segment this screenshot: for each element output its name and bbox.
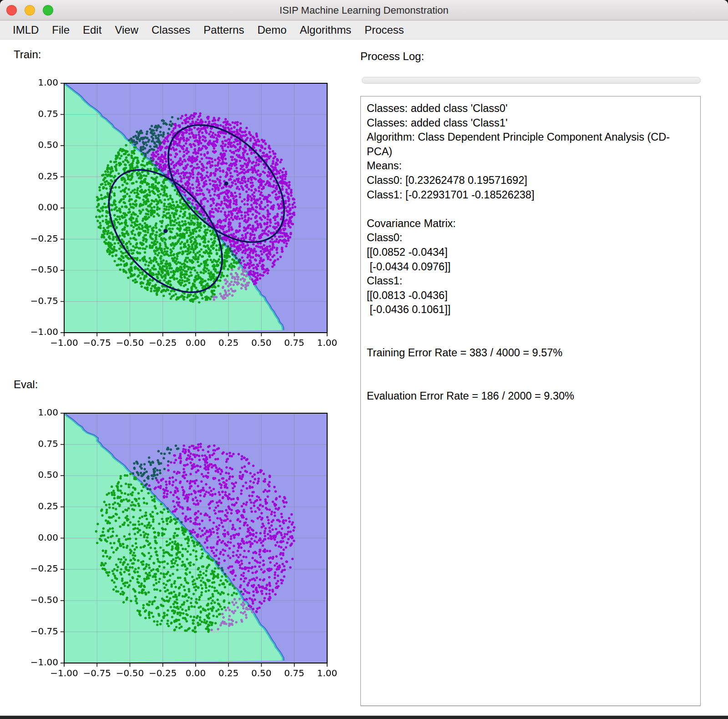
eval-section-label: Eval: bbox=[14, 378, 38, 391]
eval-plot-canvas bbox=[18, 400, 337, 694]
train-plot-canvas bbox=[18, 71, 337, 357]
log-line bbox=[367, 202, 694, 217]
log-line: [-0.0434 0.0976]] bbox=[367, 260, 694, 274]
log-line bbox=[367, 332, 694, 346]
log-line: Classes: added class 'Class1' bbox=[367, 116, 694, 131]
menu-algorithms[interactable]: Algorithms bbox=[300, 24, 351, 36]
window-title: ISIP Machine Learning Demonstration bbox=[0, 0, 728, 20]
log-line: Covariance Matrix: bbox=[367, 217, 694, 231]
log-line bbox=[367, 317, 694, 332]
log-line: Class0: [0.23262478 0.19571692] bbox=[367, 173, 694, 188]
log-line bbox=[367, 360, 694, 375]
log-line: [-0.0436 0.1061]] bbox=[367, 303, 694, 317]
log-line: Class0: bbox=[367, 231, 694, 245]
titlebar: ISIP Machine Learning Demonstration bbox=[0, 0, 728, 20]
train-section-label: Train: bbox=[14, 48, 41, 61]
menu-classes[interactable]: Classes bbox=[152, 24, 190, 36]
menu-demo[interactable]: Demo bbox=[258, 24, 287, 36]
log-line: Algorithm: Class Dependent Principle Com… bbox=[367, 130, 694, 159]
menu-edit[interactable]: Edit bbox=[83, 24, 101, 36]
app-window: ISIP Machine Learning Demonstration IMLD… bbox=[0, 0, 728, 719]
menu-patterns[interactable]: Patterns bbox=[203, 24, 244, 36]
close-button[interactable] bbox=[6, 5, 17, 15]
log-line: Training Error Rate = 383 / 4000 = 9.57% bbox=[367, 346, 694, 360]
process-log-output[interactable]: Classes: added class 'Class0'Classes: ad… bbox=[360, 96, 701, 706]
process-log-label: Process Log: bbox=[360, 50, 424, 63]
progress-bar bbox=[362, 77, 701, 84]
menu-file[interactable]: File bbox=[52, 24, 70, 36]
maximize-button[interactable] bbox=[43, 5, 53, 15]
menu-imld[interactable]: IMLD bbox=[13, 24, 39, 36]
log-line: Class1: [-0.22931701 -0.18526238] bbox=[367, 188, 694, 203]
window-bottom-edge bbox=[0, 715, 728, 719]
log-line: Class1: bbox=[367, 274, 694, 289]
traffic-lights bbox=[6, 5, 53, 15]
log-line: [[0.0852 -0.0434] bbox=[367, 245, 694, 260]
log-line: Evaluation Error Rate = 186 / 2000 = 9.3… bbox=[367, 389, 694, 404]
log-line bbox=[367, 375, 694, 389]
log-line: Classes: added class 'Class0' bbox=[367, 101, 694, 116]
menu-view[interactable]: View bbox=[115, 24, 138, 36]
log-line: Means: bbox=[367, 159, 694, 173]
menubar: IMLDFileEditViewClassesPatternsDemoAlgor… bbox=[0, 20, 728, 40]
minimize-button[interactable] bbox=[25, 5, 35, 15]
log-line: [[0.0813 -0.0436] bbox=[367, 289, 694, 303]
menu-process[interactable]: Process bbox=[364, 24, 404, 36]
